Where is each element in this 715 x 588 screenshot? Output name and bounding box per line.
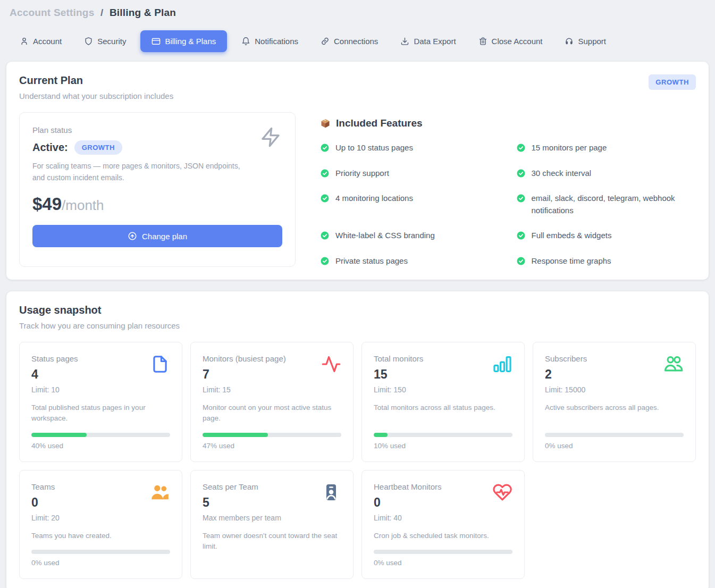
check-circle-icon: [516, 169, 526, 178]
progress-track: [374, 433, 512, 437]
tab-notifications[interactable]: Notifications: [233, 31, 306, 51]
usage-card-value: 0: [31, 495, 170, 510]
tab-support[interactable]: Support: [557, 31, 614, 51]
download-icon: [400, 37, 409, 46]
feature-item: White-label & CSS branding: [320, 230, 500, 242]
breadcrumb-separator: /: [100, 7, 103, 18]
bar-chart-icon: [492, 354, 512, 374]
feature-item: 15 monitors per page: [516, 142, 696, 154]
usage-percent-label: 0% used: [374, 559, 512, 567]
usage-subtitle: Track how you are consuming plan resourc…: [19, 321, 180, 330]
tab-connections[interactable]: Connections: [313, 31, 386, 51]
plan-content: Plan status Active: GROWTH For scaling t…: [19, 112, 696, 267]
usage-card-description: Cron job & scheduled task monitors.: [374, 531, 512, 541]
breadcrumb-section[interactable]: Account Settings: [10, 7, 94, 18]
plan-name-pill: GROWTH: [74, 140, 122, 155]
progress-fill: [374, 433, 388, 437]
user-icon: [20, 37, 29, 46]
usage-card-status-pages: Status pages 4 Limit: 10 Total published…: [19, 342, 182, 462]
check-circle-icon: [320, 231, 330, 240]
usage-percent-label: 47% used: [203, 442, 341, 450]
usage-card-subscribers: Subscribers 2 Limit: 15000 Active subscr…: [533, 342, 696, 462]
usage-card-description: Active subscribers across all pages.: [545, 402, 684, 413]
check-circle-icon: [516, 143, 526, 153]
usage-card-description: Teams you have created.: [31, 531, 170, 541]
users-filled-icon: [150, 482, 170, 502]
change-plan-label: Change plan: [142, 232, 187, 241]
feature-item: Response time graphs: [516, 255, 696, 267]
link-icon: [321, 37, 330, 46]
usage-progress: 0% used: [31, 541, 170, 567]
change-plan-button[interactable]: Change plan: [32, 225, 282, 247]
progress-track: [545, 433, 684, 437]
feature-label: Priority support: [335, 167, 389, 180]
usage-percent-label: 0% used: [545, 442, 684, 450]
progress-track: [203, 433, 341, 437]
feature-item: Up to 10 status pages: [320, 142, 500, 154]
usage-card-monitors-busiest-page: Monitors (busiest page) 7 Limit: 15 Moni…: [190, 342, 354, 462]
headset-icon: [565, 37, 574, 46]
feature-label: Up to 10 status pages: [335, 142, 413, 154]
breadcrumb: Account Settings / Billing & Plan: [6, 0, 709, 22]
users-outline-icon: [663, 354, 684, 374]
tab-security[interactable]: Security: [76, 31, 134, 51]
usage-card-total-monitors: Total monitors 15 Limit: 150 Total monit…: [361, 342, 525, 462]
tab-billing-plans[interactable]: Billing & Plans: [140, 30, 227, 52]
progress-track: [31, 550, 170, 554]
features-heading: Included Features: [336, 117, 423, 129]
feature-label: White-label & CSS branding: [335, 230, 435, 242]
usage-card-seats-per-team: Seats per Team 5 Max members per team Te…: [190, 470, 354, 579]
usage-snapshot-panel: Usage snapshot Track how you are consumi…: [6, 291, 709, 588]
usage-header: Usage snapshot Track how you are consumi…: [19, 304, 696, 330]
feature-label: Private status pages: [335, 255, 408, 267]
tab-label: Connections: [334, 37, 378, 46]
tab-close-account[interactable]: Close Account: [470, 31, 551, 51]
tab-label: Security: [97, 37, 126, 46]
tab-label: Account: [33, 37, 62, 46]
usage-card-limit: Max members per team: [203, 514, 341, 522]
bell-icon: [241, 37, 250, 46]
current-plan-title: Current Plan: [19, 74, 173, 87]
heart-pulse-icon: [492, 482, 512, 502]
usage-card-value: 0: [374, 495, 512, 510]
usage-card-limit: Limit: 150: [374, 385, 512, 394]
feature-item: Priority support: [320, 167, 500, 180]
tab-label: Support: [578, 37, 606, 46]
usage-card-title: Heartbeat Monitors: [374, 482, 512, 491]
usage-card-description: Total published status pages in your wor…: [31, 402, 170, 424]
usage-card-limit: Limit: 15: [203, 385, 341, 394]
price-amount: $49: [32, 194, 62, 214]
usage-card-value: 4: [31, 367, 170, 382]
usage-progress: 0% used: [545, 424, 684, 450]
usage-percent-label: 0% used: [31, 559, 170, 567]
tab-account[interactable]: Account: [12, 31, 70, 51]
progress-fill: [31, 433, 87, 437]
billing-page: Account Settings / Billing & Plan Accoun…: [0, 0, 715, 588]
usage-card-value: 15: [374, 367, 512, 382]
shield-icon: [84, 37, 93, 46]
tab-data-export[interactable]: Data Export: [392, 31, 464, 51]
price-period: /month: [62, 197, 104, 214]
usage-card-title: Status pages: [31, 354, 170, 363]
check-circle-icon: [320, 194, 330, 203]
usage-progress: 10% used: [374, 424, 512, 450]
usage-title: Usage snapshot: [19, 304, 180, 316]
plan-tier-badge: GROWTH: [649, 74, 696, 90]
usage-progress: 40% used: [31, 424, 170, 450]
progress-track: [374, 550, 512, 554]
check-circle-icon: [516, 231, 526, 240]
check-circle-icon: [516, 194, 526, 203]
plan-status-card: Plan status Active: GROWTH For scaling t…: [19, 112, 296, 267]
usage-card-value: 7: [203, 367, 341, 382]
zap-icon: [260, 127, 281, 148]
plan-status-label: Plan status: [32, 125, 282, 135]
usage-card-description: Monitor count on your most active status…: [203, 402, 341, 424]
feature-item: 30 check interval: [516, 167, 696, 180]
usage-card-value: 5: [203, 495, 341, 510]
feature-item: 4 monitoring locations: [320, 192, 500, 216]
usage-card-limit: Limit: 10: [31, 385, 170, 394]
check-circle-icon: [516, 256, 526, 266]
usage-card-limit: Limit: 15000: [545, 385, 684, 394]
feature-label: 15 monitors per page: [532, 142, 607, 154]
tab-label: Close Account: [492, 37, 543, 46]
